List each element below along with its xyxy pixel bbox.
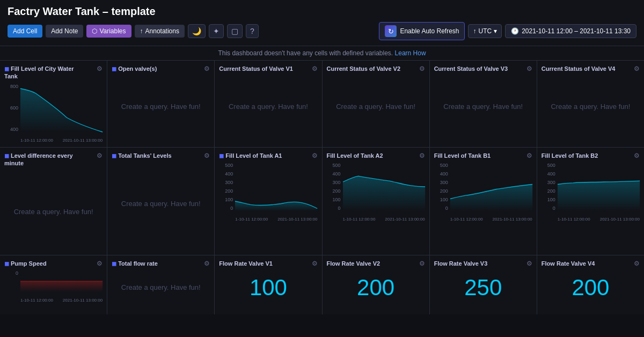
big-number-r2-c5: 200: [541, 270, 640, 305]
gear-icon-r2-c5[interactable]: ⚙: [634, 260, 640, 267]
gear-icon-r1-c0[interactable]: ⚙: [97, 152, 103, 159]
placeholder-r0-c3: Create a query. Have fun!: [327, 76, 425, 137]
cell-r2-c3: Flow Rate Valve V2⚙200: [323, 255, 429, 314]
cell-r2-c1: ◼Total flow rate⚙Create a query. Have fu…: [107, 255, 214, 314]
gear-icon-r0-c1[interactable]: ⚙: [204, 65, 210, 72]
gear-icon-r0-c0[interactable]: ⚙: [97, 65, 103, 72]
moon-icon-button[interactable]: 🌙: [188, 24, 206, 38]
gear-icon-r0-c3[interactable]: ⚙: [419, 65, 425, 72]
gear-icon-r2-c3[interactable]: ⚙: [419, 260, 425, 267]
cell-header-r2-c2: Flow Rate Valve V1⚙: [219, 260, 317, 267]
x-axis-r1-c2: 1-10-11 12:00:002021-10-11 13:00:00: [235, 212, 317, 222]
dot-icon: ◼: [4, 260, 9, 267]
gear-icon-r1-c3[interactable]: ⚙: [419, 152, 425, 159]
cell-title-r1-c0: ◼Level difference every minute: [4, 152, 88, 167]
cell-header-r2-c5: Flow Rate Valve V4⚙: [541, 260, 640, 267]
dashboard: ◼Fill Level of City Water Tank⚙800600400…: [0, 61, 644, 314]
cell-r2-c2: Flow Rate Valve V1⚙100: [215, 255, 321, 314]
cell-r0-c0: ◼Fill Level of City Water Tank⚙800600400…: [0, 61, 107, 147]
cell-header-r2-c3: Flow Rate Valve V2⚙: [327, 260, 425, 267]
placeholder-r1-c1: Create a query. Have fun!: [112, 163, 210, 245]
cell-title-r1-c2: ◼Fill Level of Tank A1: [219, 152, 282, 159]
cell-r1-c2: ◼Fill Level of Tank A1⚙5004003002001000 …: [215, 148, 321, 255]
y-axis-r1-c4: 5004003002001000: [434, 163, 449, 211]
cell-header-r1-c1: ◼Total Tanks' Levels⚙: [112, 152, 210, 159]
cell-r2-c5: Flow Rate Valve V4⚙200: [537, 255, 644, 314]
gear-icon-r2-c4[interactable]: ⚙: [526, 260, 532, 267]
gear-icon-r2-c2[interactable]: ⚙: [312, 260, 318, 267]
chart-canvas-r1-c3: [343, 163, 425, 211]
gear-icon-r1-c2[interactable]: ⚙: [312, 152, 318, 159]
cell-header-r2-c4: Flow Rate Valve V3⚙: [434, 260, 532, 267]
cell-r0-c4: Current Status of Valve V3⚙Create a quer…: [430, 61, 537, 147]
gear-icon-r1-c5[interactable]: ⚙: [634, 152, 640, 159]
sun-icon-button[interactable]: ✦: [209, 24, 224, 38]
big-number-r2-c3: 200: [327, 270, 425, 305]
toolbar: Add Cell Add Note ⬡ Variables ↑ Annotati…: [8, 22, 636, 40]
variables-icon: ⬡: [92, 27, 97, 35]
dot-icon: ◼: [4, 152, 9, 159]
cell-r1-c4: Fill Level of Tank B1⚙5004003002001000 1…: [430, 148, 537, 255]
variables-button[interactable]: ⬡ Variables: [86, 25, 131, 38]
chart-canvas-r1-c5: [558, 163, 640, 211]
clock-icon: ↑: [473, 27, 476, 35]
big-number-r2-c2: 100: [219, 270, 317, 305]
gear-icon-r1-c4[interactable]: ⚙: [526, 152, 532, 159]
cell-title-r2-c4: Flow Rate Valve V3: [434, 260, 488, 267]
cell-header-r0-c5: Current Status of Valve V4⚙: [541, 65, 640, 72]
cell-r1-c1: ◼Total Tanks' Levels⚙Create a query. Hav…: [107, 148, 214, 255]
dot-icon: ◼: [112, 65, 116, 72]
annotations-button[interactable]: ↑ Annotations: [135, 25, 185, 38]
chart-area-r1-c4: 5004003002001000 1-10-11 12:00:002021-10…: [434, 163, 532, 222]
chart-area-r1-c5: 5004003002001000 1-10-11 12:00:002021-10…: [541, 163, 640, 222]
dot-icon: ◼: [112, 260, 116, 267]
x-axis-r1-c5: 1-10-11 12:00:002021-10-11 13:00:00: [558, 212, 640, 222]
add-note-button[interactable]: Add Note: [46, 25, 83, 38]
chevron-down-icon: ▾: [494, 27, 497, 35]
cell-header-r0-c0: ◼Fill Level of City Water Tank⚙: [4, 65, 103, 80]
toolbar-right: ↻ Enable Auto Refresh ↑ UTC ▾ 🕐 2021-10-…: [379, 22, 636, 40]
cell-header-r1-c5: Fill Level of Tank B2⚙: [541, 152, 640, 159]
utc-selector[interactable]: ↑ UTC ▾: [468, 24, 502, 38]
x-axis-r2-c0: 1-10-11 12:00:002021-10-11 13:00:00: [20, 293, 103, 303]
placeholder-r0-c5: Create a query. Have fun!: [541, 76, 640, 137]
cell-header-r1-c0: ◼Level difference every minute⚙: [4, 152, 103, 167]
auto-refresh-button[interactable]: ↻ Enable Auto Refresh: [379, 22, 465, 40]
cell-title-r0-c0: ◼Fill Level of City Water Tank: [4, 65, 88, 80]
gear-icon-r2-c0[interactable]: ⚙: [97, 260, 103, 267]
chart-canvas-r1-c4: [450, 163, 532, 211]
cell-title-r0-c3: Current Status of Valve V2: [327, 65, 401, 72]
chart-canvas-r1-c2: [235, 163, 317, 211]
line-chart-svg: [450, 163, 532, 211]
cell-title-r1-c5: Fill Level of Tank B2: [541, 152, 598, 159]
gear-icon-r1-c1[interactable]: ⚙: [204, 152, 210, 159]
learn-how-link[interactable]: Learn How: [395, 49, 426, 57]
time-range-button[interactable]: 🕐 2021-10-11 12:00 – 2021-10-11 13:30: [505, 24, 636, 38]
big-number-r2-c4: 250: [434, 270, 532, 305]
gear-icon-r2-c1[interactable]: ⚙: [204, 260, 210, 267]
placeholder-r1-c0: Create a query. Have fun!: [4, 170, 103, 253]
gear-icon-r0-c4[interactable]: ⚙: [526, 65, 532, 72]
dot-icon: ◼: [219, 152, 224, 159]
cell-header-r2-c1: ◼Total flow rate⚙: [112, 260, 210, 267]
cell-title-r1-c3: Fill Level of Tank A2: [327, 152, 383, 159]
y-axis-r1-c2: 5004003002001000: [219, 163, 234, 211]
gear-icon-r0-c5[interactable]: ⚙: [634, 65, 640, 72]
gear-icon-r0-c2[interactable]: ⚙: [312, 65, 318, 72]
y-axis-r0-c0: 800600400: [4, 84, 19, 132]
y-axis-r1-c5: 5004003002001000: [541, 163, 557, 211]
cell-r1-c0: ◼Level difference every minute⚙Create a …: [0, 148, 107, 255]
add-cell-button[interactable]: Add Cell: [8, 25, 42, 38]
placeholder-r0-c4: Create a query. Have fun!: [434, 76, 532, 137]
cell-r0-c2: Current Status of Valve V1⚙Create a quer…: [215, 61, 321, 147]
help-button[interactable]: ?: [246, 24, 259, 38]
line-chart-svg: [343, 163, 425, 211]
info-bar: This dashboard doesn't have any cells wi…: [0, 46, 644, 61]
fullscreen-button[interactable]: ▢: [227, 24, 243, 38]
cell-title-r2-c1: ◼Total flow rate: [112, 260, 158, 267]
placeholder-r0-c1: Create a query. Have fun!: [112, 76, 210, 137]
line-chart-svg: [20, 270, 103, 292]
cell-title-r0-c2: Current Status of Valve V1: [219, 65, 293, 72]
page-title: Factry Water Tank – template: [8, 5, 636, 18]
cell-r0-c1: ◼Open valve(s)⚙Create a query. Have fun!: [107, 61, 214, 147]
